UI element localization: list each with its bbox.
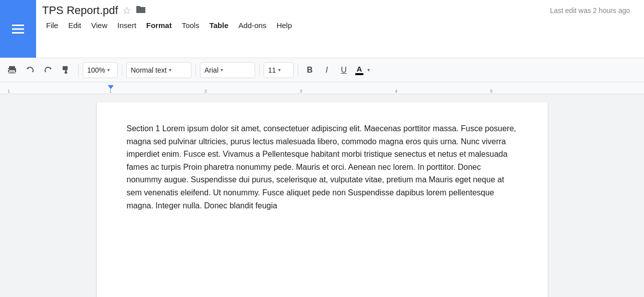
menu-item-add-ons[interactable]: Add-ons (235, 19, 271, 32)
toolbar-separator-5 (298, 64, 298, 76)
svg-marker-8 (27, 68, 29, 70)
toolbar-separator-2 (122, 64, 122, 76)
style-dropdown[interactable]: Normal text ▾ (126, 62, 191, 78)
font-size-value: 11 (268, 66, 276, 74)
paint-format-icon (62, 66, 71, 75)
folder-icon[interactable] (135, 5, 146, 17)
italic-label: I (326, 66, 328, 75)
document-title[interactable]: TPS Report.pdf (42, 4, 118, 17)
svg-rect-2 (12, 32, 24, 34)
main-content: 100% ▾ Normal text ▾ Arial ▾ 11 ▾ B I (0, 58, 644, 297)
toolbar: 100% ▾ Normal text ▾ Arial ▾ 11 ▾ B I (0, 58, 644, 82)
ruler-label: 3 (300, 89, 302, 94)
toolbar-separator-4 (259, 64, 260, 76)
zoom-arrow: ▾ (107, 67, 110, 73)
font-dropdown[interactable]: Arial ▾ (200, 62, 255, 78)
document-body-text[interactable]: Section 1 Lorem ipsum dolor sit amet, co… (127, 122, 518, 212)
document-scroll-area[interactable]: Section 1 Lorem ipsum dolor sit amet, co… (0, 94, 644, 297)
italic-button[interactable]: I (319, 63, 334, 78)
font-size-dropdown[interactable]: 11 ▾ (264, 62, 294, 78)
svg-rect-0 (12, 25, 24, 26)
menu-item-file[interactable]: File (42, 19, 62, 32)
redo-button[interactable] (40, 62, 56, 78)
svg-rect-6 (10, 72, 14, 73)
style-value: Normal text (131, 66, 167, 74)
font-value: Arial (204, 66, 219, 74)
hamburger-icon (12, 25, 24, 34)
ruler-label: 1 (8, 89, 10, 94)
font-color-letter: A (357, 65, 362, 73)
ruler-label: 5 (490, 89, 493, 94)
title-menu-area: TPS Report.pdf ☆ Last edit was 2 hours a… (36, 0, 644, 58)
ruler-label: 1 (109, 89, 112, 94)
menu-item-table[interactable]: Table (205, 19, 233, 32)
menu-item-insert[interactable]: Insert (113, 19, 140, 32)
redo-icon (44, 66, 53, 75)
underline-label: U (341, 66, 347, 75)
menu-item-format[interactable]: Format (142, 19, 176, 32)
top-bar: TPS Report.pdf ☆ Last edit was 2 hours a… (0, 0, 644, 58)
ruler-content: 112345 (0, 82, 644, 94)
font-size-arrow: ▾ (278, 67, 281, 73)
font-color-bar (355, 73, 363, 75)
undo-button[interactable] (22, 62, 38, 78)
paint-format-button[interactable] (58, 62, 74, 78)
font-color-button[interactable]: A (353, 64, 365, 76)
font-arrow: ▾ (221, 67, 223, 73)
print-button[interactable] (4, 62, 20, 78)
sidebar-toggle-button[interactable] (0, 0, 36, 58)
menu-bar: FileEditViewInsertFormatToolsTableAdd-on… (42, 19, 638, 32)
star-icon[interactable]: ☆ (122, 5, 131, 17)
menu-item-help[interactable]: Help (273, 19, 296, 32)
last-edit-text: Last edit was 2 hours ago (550, 7, 638, 15)
zoom-dropdown[interactable]: 100% ▾ (83, 62, 118, 78)
ruler: 112345 (0, 82, 644, 94)
underline-button[interactable]: U (336, 63, 351, 78)
toolbar-separator-1 (78, 64, 79, 76)
svg-rect-12 (65, 72, 67, 74)
svg-rect-11 (65, 69, 67, 72)
bold-button[interactable]: B (302, 63, 317, 78)
menu-item-edit[interactable]: Edit (64, 19, 85, 32)
menu-item-view[interactable]: View (87, 19, 111, 32)
ruler-label: 4 (395, 89, 397, 94)
ruler-indent-marker[interactable] (108, 85, 114, 89)
ruler-label: 2 (204, 89, 207, 94)
svg-rect-3 (9, 66, 15, 68)
toolbar-separator-3 (195, 64, 196, 76)
document-page: Section 1 Lorem ipsum dolor sit amet, co… (97, 102, 548, 297)
style-arrow: ▾ (169, 67, 171, 73)
font-color-arrow[interactable]: ▾ (367, 67, 370, 73)
zoom-value: 100% (87, 66, 105, 74)
title-row: TPS Report.pdf ☆ Last edit was 2 hours a… (42, 4, 638, 17)
svg-rect-7 (8, 69, 9, 70)
bold-label: B (307, 66, 313, 75)
undo-icon (26, 66, 35, 75)
svg-rect-1 (12, 28, 24, 30)
menu-item-tools[interactable]: Tools (178, 19, 203, 32)
svg-marker-9 (50, 68, 52, 70)
print-icon (8, 66, 17, 75)
